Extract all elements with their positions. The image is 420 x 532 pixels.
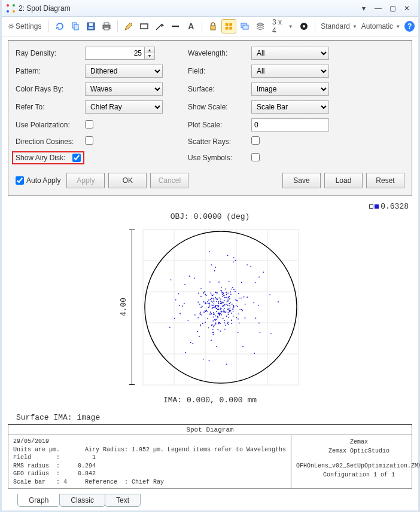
svg-point-209 bbox=[220, 290, 221, 291]
plot-scale-input[interactable] bbox=[251, 118, 329, 132]
svg-point-262 bbox=[241, 282, 242, 283]
svg-point-325 bbox=[214, 270, 215, 271]
settings-label: Settings bbox=[14, 22, 42, 30]
svg-point-233 bbox=[223, 302, 224, 304]
minimize-button[interactable]: ― bbox=[372, 3, 385, 14]
show-scale-label: Show Scale: bbox=[188, 103, 248, 111]
svg-point-165 bbox=[227, 301, 228, 302]
svg-point-77 bbox=[209, 305, 211, 307]
svg-point-320 bbox=[175, 299, 176, 301]
refresh-button[interactable] bbox=[53, 19, 67, 33]
svg-point-254 bbox=[223, 293, 224, 294]
spot-diagram-window: 2: Spot Diagram ▾ ― ▢ ✕ Settings A 3 x 4… bbox=[0, 0, 420, 512]
svg-rect-12 bbox=[89, 23, 93, 26]
mode-automatic-button[interactable]: Automatic▼ bbox=[359, 19, 401, 33]
svg-point-338 bbox=[189, 276, 190, 277]
tab-graph[interactable]: Graph bbox=[17, 494, 60, 507]
show-airy-checkbox[interactable] bbox=[72, 154, 81, 162]
text-tool-button[interactable]: A bbox=[184, 19, 198, 33]
svg-point-309 bbox=[179, 313, 181, 314]
ok-button[interactable]: OK bbox=[108, 173, 147, 188]
svg-point-145 bbox=[203, 311, 205, 313]
info-config: Configuration 1 of 1 bbox=[296, 470, 420, 479]
svg-point-260 bbox=[224, 308, 225, 309]
svg-point-47 bbox=[226, 304, 227, 305]
svg-point-78 bbox=[215, 322, 217, 323]
svg-point-297 bbox=[263, 271, 264, 273]
svg-rect-16 bbox=[104, 27, 109, 30]
save-image-button[interactable] bbox=[84, 19, 98, 33]
svg-point-322 bbox=[233, 261, 234, 262]
window-layout-button[interactable] bbox=[238, 19, 252, 33]
surface-select[interactable]: Image bbox=[251, 82, 329, 96]
refer-to-select[interactable]: Chief Ray bbox=[85, 100, 163, 114]
tab-classic[interactable]: Classic bbox=[59, 494, 105, 507]
auto-apply-checkbox[interactable] bbox=[16, 176, 24, 185]
help-button[interactable]: ? bbox=[404, 21, 415, 32]
ray-density-input[interactable]: ▲▼ bbox=[85, 47, 163, 60]
svg-point-159 bbox=[230, 293, 232, 295]
svg-point-215 bbox=[246, 296, 248, 298]
svg-point-264 bbox=[212, 320, 214, 322]
svg-point-107 bbox=[212, 329, 214, 330]
close-button[interactable]: ✕ bbox=[400, 3, 413, 14]
dropdown-button[interactable]: ▾ bbox=[357, 3, 370, 14]
settings-button[interactable]: Settings bbox=[5, 19, 45, 33]
pattern-select[interactable]: Dithered bbox=[85, 65, 163, 78]
svg-point-310 bbox=[270, 333, 272, 334]
spin-up-icon[interactable]: ▲ bbox=[145, 47, 154, 53]
svg-rect-17 bbox=[141, 24, 148, 29]
show-scale-select[interactable]: Scale Bar bbox=[251, 100, 329, 114]
svg-point-41 bbox=[198, 293, 199, 294]
use-polarization-checkbox[interactable] bbox=[85, 120, 93, 129]
grid-view-button[interactable] bbox=[221, 19, 236, 33]
lock-button[interactable] bbox=[206, 19, 220, 33]
rect-tool-button[interactable] bbox=[137, 19, 151, 33]
color-rays-select[interactable]: Waves bbox=[85, 82, 163, 96]
field-select[interactable]: All bbox=[251, 65, 329, 78]
print-button[interactable] bbox=[99, 19, 114, 33]
svg-point-128 bbox=[238, 293, 239, 294]
ray-density-field[interactable] bbox=[85, 47, 145, 60]
svg-point-256 bbox=[220, 303, 221, 304]
svg-point-293 bbox=[232, 304, 233, 305]
save-button[interactable]: Save bbox=[282, 173, 321, 188]
target-button[interactable] bbox=[297, 19, 311, 33]
gear-icon bbox=[8, 22, 14, 31]
use-symbols-checkbox[interactable] bbox=[251, 153, 260, 161]
copy-button[interactable] bbox=[68, 19, 83, 33]
svg-point-137 bbox=[216, 301, 217, 302]
svg-point-130 bbox=[211, 325, 212, 326]
svg-point-292 bbox=[221, 311, 222, 313]
line-tool-button[interactable] bbox=[168, 19, 182, 33]
svg-point-278 bbox=[221, 303, 223, 304]
svg-point-314 bbox=[260, 332, 261, 333]
svg-point-335 bbox=[211, 264, 212, 265]
layers-button[interactable] bbox=[253, 19, 267, 33]
pencil-icon bbox=[124, 22, 133, 31]
arrow-tool-button[interactable] bbox=[153, 19, 167, 33]
wavelength-select[interactable]: All bbox=[251, 47, 329, 60]
scatter-rays-checkbox[interactable] bbox=[251, 136, 260, 145]
svg-point-140 bbox=[213, 298, 214, 299]
draw-tool-button[interactable] bbox=[121, 19, 136, 33]
load-button[interactable]: Load bbox=[324, 173, 363, 188]
pattern-label: Pattern: bbox=[16, 67, 81, 75]
svg-point-331 bbox=[203, 359, 204, 360]
direction-cosines-checkbox[interactable] bbox=[85, 136, 93, 145]
svg-point-249 bbox=[236, 317, 237, 319]
size-button[interactable]: 3 x 4▼ bbox=[269, 19, 296, 33]
maximize-button[interactable]: ▢ bbox=[386, 3, 399, 14]
tab-text[interactable]: Text bbox=[105, 494, 141, 507]
spin-down-icon[interactable]: ▼ bbox=[145, 53, 154, 59]
svg-point-91 bbox=[212, 307, 214, 308]
copy-icon bbox=[71, 22, 80, 31]
svg-point-162 bbox=[210, 311, 211, 313]
svg-point-290 bbox=[236, 300, 238, 301]
plot-y-scale: 4.00 bbox=[119, 298, 128, 316]
svg-point-317 bbox=[278, 301, 279, 302]
reset-button[interactable]: Reset bbox=[366, 173, 404, 188]
auto-apply-toggle[interactable]: Auto Apply bbox=[16, 176, 60, 185]
svg-point-241 bbox=[203, 301, 205, 302]
mode-standard-button[interactable]: Standard▼ bbox=[319, 19, 358, 33]
